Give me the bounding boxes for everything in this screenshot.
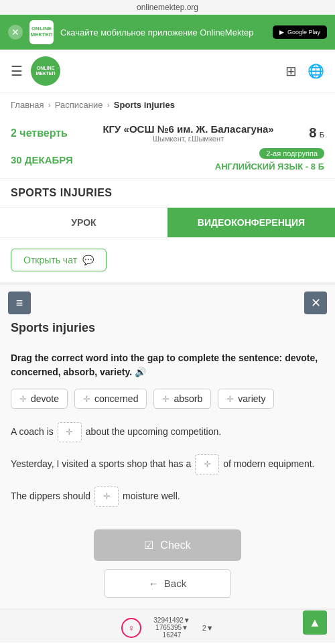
footer-count: 2▼	[202, 624, 214, 632]
breadcrumb-schedule[interactable]: Расписание	[55, 100, 103, 110]
check-button[interactable]: ☑ Check	[94, 529, 241, 561]
banner-text: Скачайте мобильное приложение OnlineMekt…	[60, 27, 253, 38]
sentence-row-2: Yesterday, I visited a sports shop that …	[11, 454, 324, 474]
sentence-2-before: Yesterday, I visited a sports shop that …	[11, 456, 191, 472]
footer-stat3: 16247	[163, 631, 182, 639]
drop-icon-1: ✛	[66, 424, 73, 440]
chip-variety-label: variety	[238, 393, 265, 404]
footer-stat2: 1765395▼	[155, 624, 188, 631]
exercise-section: Drag the correct word into the gap to co…	[0, 343, 335, 507]
subject-right: 2-ая подгруппа АНГЛИЙСКИЙ ЯЗЫК - 8 Б	[215, 148, 324, 172]
breadcrumb-sep1: ›	[48, 100, 50, 110]
sentence-3-after: moisture well.	[123, 488, 180, 505]
sentence-1-before: A coach is	[11, 424, 54, 440]
url-bar: onlinemektep.org	[0, 0, 335, 15]
back-button[interactable]: ← Back	[104, 569, 231, 598]
breadcrumb-current: Sports injuries	[114, 100, 175, 110]
drop-icon-3: ✛	[103, 489, 111, 504]
tab-video-conference[interactable]: ВИДЕОКОНФЕРЕНЦИЯ	[168, 208, 335, 237]
lesson-panel-title: Sports injuries	[0, 321, 335, 343]
footer-stat1: 32941492▼	[153, 617, 190, 624]
chip-concerned-label: concerned	[94, 393, 138, 404]
app-banner: ✕ ONLINE МЕКТЕП Скачайте мобильное прило…	[0, 15, 335, 50]
drag-icon: ✛	[83, 394, 90, 404]
footer-stats: ♀ 32941492▼ 1765395▼ 16247 2▼	[121, 617, 213, 639]
word-chips: ✛ devote ✛ concerned ✛ absorb ✛ variety	[11, 389, 324, 409]
section-title: SPORTS INJURIES	[0, 178, 335, 208]
hamburger-menu-button[interactable]: ☰	[11, 63, 23, 79]
actions: ☑ Check ← Back	[0, 519, 335, 608]
info-block: 2 четверть КГУ «ОСШ №6 им. Ж. Баласагуна…	[0, 117, 335, 145]
breadcrumb-sep2: ›	[107, 100, 110, 110]
drop-zone-3[interactable]: ✛	[94, 487, 119, 507]
chip-devote[interactable]: ✛ devote	[11, 389, 68, 409]
scroll-to-top-button[interactable]: ▲	[303, 610, 327, 635]
language-icon[interactable]: 🌐	[308, 63, 324, 79]
back-arrow-icon: ←	[149, 578, 159, 589]
banner-close-button[interactable]: ✕	[8, 25, 23, 40]
chip-absorb[interactable]: ✛ absorb	[153, 389, 211, 409]
banner-logo: ONLINE МЕКТЕП	[29, 20, 54, 44]
drag-icon: ✛	[226, 394, 234, 404]
logo: ONLINE МЕКТЕП	[31, 56, 60, 86]
breadcrumb: Главная › Расписание › Sports injuries	[0, 93, 335, 117]
footer-gender-icon: ♀	[121, 618, 141, 638]
school-info: КГУ «ОСШ №6 им. Ж. Баласагуна» Шымкент, …	[103, 123, 273, 143]
nav-left: ☰ ONLINE МЕКТЕП	[11, 56, 60, 86]
footer-numbers: 32941492▼ 1765395▼ 16247	[153, 617, 190, 639]
footer-wrapper: ♀ 32941492▼ 1765395▼ 16247 2▼ ▲	[0, 608, 335, 643]
date-label: 30 ДЕКАБРЯ	[11, 154, 73, 166]
open-chat-label: Открыть чат	[23, 255, 77, 265]
open-chat-row: Открыть чат 💬	[0, 238, 335, 282]
tab-lesson[interactable]: УРОК	[0, 208, 168, 237]
date-subject-row: 30 ДЕКАБРЯ 2-ая подгруппа АНГЛИЙСКИЙ ЯЗЫ…	[0, 145, 335, 178]
drag-icon: ✛	[19, 394, 27, 404]
instruction-bold: Drag the correct word into the gap to co…	[11, 352, 318, 377]
footer: ♀ 32941492▼ 1765395▼ 16247 2▼	[0, 608, 335, 643]
breadcrumb-home[interactable]: Главная	[11, 100, 44, 110]
subject-name: АНГЛИЙСКИЙ ЯЗЫК - 8 Б	[215, 162, 324, 172]
chip-absorb-label: absorb	[174, 393, 202, 404]
lesson-panel-header: ≡ ✕	[0, 285, 335, 321]
tab-bar: УРОК ВИДЕОКОНФЕРЕНЦИЯ	[0, 208, 335, 238]
drop-icon-2: ✛	[204, 456, 211, 472]
chip-concerned[interactable]: ✛ concerned	[74, 389, 147, 409]
sentence-row-3: The dippers should ✛ moisture well.	[11, 487, 324, 507]
school-location: Шымкент, г.Шымкент	[103, 135, 273, 143]
chip-devote-label: devote	[31, 393, 59, 404]
sound-icon[interactable]: 🔊	[135, 367, 146, 377]
sentence-2-after: of modern equipment.	[223, 456, 314, 472]
app-banner-left: ✕ ONLINE МЕКТЕП Скачайте мобильное прило…	[8, 20, 253, 44]
school-name: КГУ «ОСШ №6 им. Ж. Баласагуна»	[103, 123, 273, 135]
panel-close-button[interactable]: ✕	[304, 292, 327, 314]
check-label: Check	[160, 539, 190, 552]
check-icon: ☑	[144, 539, 153, 552]
subgroup-badge: 2-ая подгруппа	[259, 148, 324, 159]
grade-info: 8 Б	[309, 125, 324, 141]
sentence-3-before: The dippers should	[11, 488, 90, 505]
nav-right: ⊞ 🌐	[285, 63, 324, 79]
back-label: Back	[164, 578, 186, 589]
exercise-instruction: Drag the correct word into the gap to co…	[11, 351, 324, 379]
sentence-1-after: about the upcoming competition.	[86, 424, 221, 440]
drop-zone-2[interactable]: ✛	[195, 454, 219, 474]
lesson-panel: ≡ ✕ Sports injuries Drag the correct wor…	[0, 282, 335, 608]
google-play-label: Google Play	[287, 29, 320, 36]
open-chat-button[interactable]: Открыть чат 💬	[11, 249, 107, 271]
drop-zone-1[interactable]: ✛	[58, 422, 82, 442]
chip-variety[interactable]: ✛ variety	[218, 389, 274, 409]
main-nav: ☰ ONLINE МЕКТЕП ⊞ 🌐	[0, 50, 335, 93]
chat-icon: 💬	[82, 255, 94, 265]
quarter-label: 2 четверть	[11, 127, 68, 139]
google-play-button[interactable]: ▶ Google Play	[273, 25, 327, 39]
panel-menu-button[interactable]: ≡	[8, 292, 31, 314]
grid-icon[interactable]: ⊞	[285, 63, 297, 79]
grade-number: 8	[309, 125, 316, 140]
grade-suffix: Б	[320, 131, 324, 139]
drag-icon: ✛	[162, 394, 170, 404]
google-play-icon: ▶	[279, 29, 284, 36]
sentence-row-1: A coach is ✛ about the upcoming competit…	[11, 422, 324, 442]
